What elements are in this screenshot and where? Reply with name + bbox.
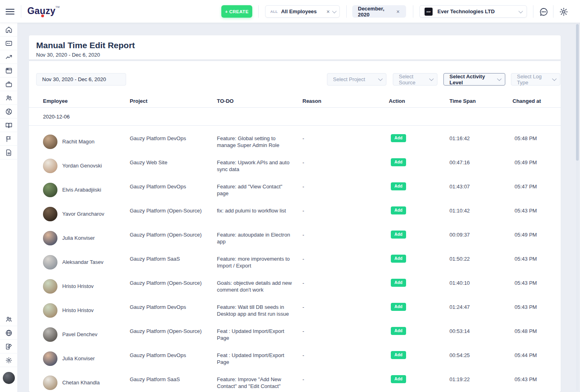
employee-avatar [43, 207, 57, 221]
project-cell: Gauzy Platform DevOps [130, 294, 217, 318]
table-row[interactable]: Rachit Magon Gauzy Platform DevOps Featu… [29, 126, 561, 150]
employee-avatar [43, 231, 57, 245]
table-row[interactable]: Julia Konviser Gauzy Platform DevOps Fea… [29, 343, 561, 367]
sidebar-item-tasks[interactable] [0, 64, 18, 78]
changedat-cell: 05:43 PM [513, 246, 561, 270]
sidebar-item-settings[interactable] [0, 353, 18, 367]
action-badge: Add [391, 231, 406, 239]
clear-month-icon[interactable]: × [396, 9, 400, 14]
divider [258, 5, 259, 18]
table-body: Rachit Magon Gauzy Platform DevOps Featu… [29, 126, 561, 391]
table-row[interactable]: Yavor Grancharov Gauzy Platform (Open-So… [29, 198, 561, 222]
table-row[interactable]: Chetan Khandla Gauzy Platform SaaS Featu… [29, 367, 561, 391]
timespan-cell: 01:16:42 [449, 126, 513, 150]
credit-card-icon [5, 40, 12, 47]
all-badge: ALL [270, 10, 278, 14]
divider [21, 5, 21, 18]
clear-employee-icon[interactable]: × [327, 9, 330, 14]
timespan-cell: 01:10:42 [449, 198, 513, 222]
employee-name: Hristo Hristov [62, 283, 94, 290]
employee-name: Julia Konviser [62, 355, 95, 362]
sidebar-item-goals[interactable] [0, 132, 18, 146]
todo-cell: Feature: autoupdate in Electron app [217, 222, 302, 246]
sidebar-item-home[interactable] [0, 23, 18, 37]
table-row[interactable]: Hristo Hristov Gauzy Platform (Open-Sour… [29, 270, 561, 294]
menu-icon[interactable] [6, 7, 16, 16]
todo-cell: Feat : Updated Import/Export Page [217, 343, 302, 367]
sidebar-item-users[interactable] [0, 312, 18, 326]
column-header-reason: Reason [302, 98, 389, 107]
app-logo[interactable]: GauzyTM [27, 6, 60, 16]
column-header-todo: TO-DO [217, 98, 302, 107]
organization-logo: ever [425, 8, 433, 16]
settings-button[interactable] [558, 6, 569, 17]
employee-name: Chetan Khandla [62, 380, 100, 386]
browser-icon [5, 67, 12, 74]
todo-cell: Feature: Wait till DB seeds in Desktop a… [217, 294, 302, 318]
column-header-employee: Employee [43, 98, 130, 107]
source-select-label: Select Source [399, 74, 429, 86]
table-row[interactable]: Pavel Denchev Gauzy Platform (Open-Sourc… [29, 318, 561, 343]
create-button[interactable]: + CREATE [221, 5, 252, 18]
top-bar: GauzyTM + CREATE ALL All Employees × Dec… [0, 0, 580, 23]
book-open-icon [5, 122, 12, 129]
table-row[interactable]: Aleksandar Tasev Gauzy Platform SaaS Fea… [29, 246, 561, 270]
table-row[interactable]: Yordan Genovski Gauzy Web Site Feature: … [29, 150, 561, 174]
action-badge: Add [391, 206, 406, 214]
timespan-cell: 01:24:47 [449, 294, 513, 318]
employee-name: Rachit Magon [62, 139, 94, 145]
file-text-icon [5, 149, 12, 156]
gear-icon [5, 357, 12, 364]
activity-level-select[interactable]: Select Activity Level [443, 73, 505, 86]
employee-avatar [43, 279, 57, 294]
sidebar-item-jobs[interactable] [0, 78, 18, 91]
sidebar-item-employees[interactable] [0, 91, 18, 105]
sidebar-item-themes[interactable] [0, 340, 18, 353]
timespan-cell: 01:43:07 [449, 174, 513, 198]
month-filter-value: December, 2020 [358, 6, 394, 18]
todo-cell: Feat : Updated Import/Export Page [217, 318, 302, 343]
table-row[interactable]: Julia Konviser Gauzy Platform (Open-Sour… [29, 222, 561, 246]
source-select[interactable]: Select Source [393, 73, 437, 86]
employee-filter-select[interactable]: ALL All Employees × [265, 5, 340, 18]
table-row[interactable]: Elvis Arabadjiiski Gauzy Platform DevOps… [29, 174, 561, 198]
organization-select[interactable]: ever Ever Technologies LTD [419, 5, 527, 18]
scrollbar[interactable] [576, 24, 579, 391]
chevron-down-icon [552, 76, 556, 81]
project-cell: Gauzy Platform SaaS [130, 367, 217, 392]
action-badge: Add [391, 327, 406, 335]
sidebar-item-sales[interactable] [0, 50, 18, 64]
column-header-project: Project [130, 98, 217, 107]
sidebar-item-reports[interactable] [0, 146, 18, 159]
chat-button[interactable] [538, 6, 549, 17]
project-cell: Gauzy Platform DevOps [130, 343, 217, 367]
date-range-picker[interactable]: Nov 30, 2020 - Dec 6, 2020 [36, 73, 126, 86]
sidebar-item-languages[interactable] [0, 326, 18, 340]
user-avatar[interactable] [3, 372, 15, 384]
action-badge: Add [391, 279, 406, 287]
sidebar-item-accounting[interactable] [0, 37, 18, 50]
employee-name: Pavel Denchev [62, 331, 97, 338]
employee-avatar [43, 303, 57, 318]
project-cell: Gauzy Platform SaaS [130, 246, 217, 270]
home-icon [5, 26, 12, 33]
log-type-select[interactable]: Select Log Type [511, 73, 560, 86]
action-badge: Add [391, 182, 406, 190]
changedat-cell: 05:43 PM [513, 198, 561, 222]
project-cell: Gauzy Platform (Open-Source) [130, 198, 217, 222]
action-badge: Add [391, 134, 406, 142]
table-row[interactable]: Hristo Hristov Gauzy Platform DevOps Fea… [29, 294, 561, 318]
changedat-cell: 05:49 PM [513, 222, 561, 246]
employee-name: Hristo Hristov [62, 307, 94, 314]
scrollbar-thumb[interactable] [576, 24, 579, 161]
changedat-cell: 05:43 PM [513, 294, 561, 318]
project-select[interactable]: Select Project [327, 73, 386, 86]
month-filter-chip[interactable]: December, 2020 × [352, 5, 406, 18]
employee-avatar [43, 327, 57, 342]
project-cell: Gauzy Platform (Open-Source) [130, 222, 217, 246]
sidebar-item-organization[interactable] [0, 105, 18, 118]
chevron-down-icon [332, 8, 337, 13]
todo-cell: Feature: more improvements to Import / E… [217, 246, 302, 270]
divider [553, 5, 553, 18]
sidebar-item-knowledge-base[interactable] [0, 118, 18, 132]
